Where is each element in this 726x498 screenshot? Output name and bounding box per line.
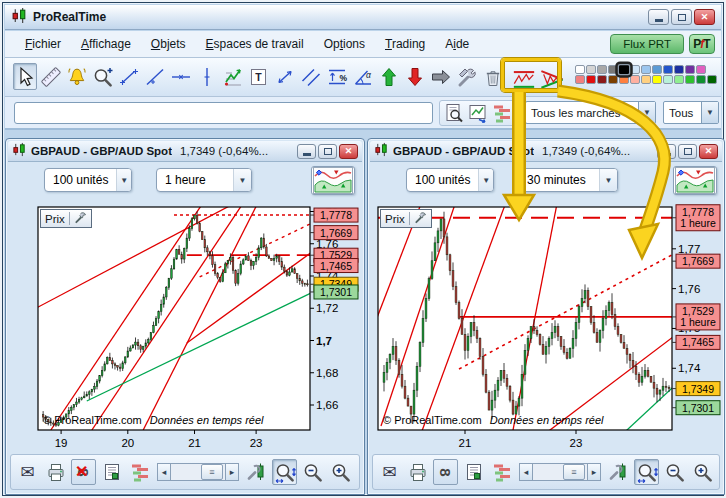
chart-window-titlebar[interactable]: GBPAUD - GBP/AUD Spot 1,7349 (-0,64%... … — [370, 141, 722, 162]
price-chart[interactable]: © ProRealTime.comDonnées en temps réel1,… — [370, 201, 724, 453]
horizontal-scrollbar[interactable]: ◂≡▸ — [157, 463, 239, 481]
market-filter-dropdown[interactable]: Tous les marchés ▼ — [525, 101, 656, 124]
timeframe-dropdown[interactable]: 30 minutes ▼ — [518, 168, 618, 192]
color-swatch[interactable] — [663, 65, 673, 74]
flux-prt-button[interactable]: Flux PRT — [610, 34, 684, 54]
alarm-tool[interactable] — [65, 63, 89, 90]
color-swatch[interactable] — [619, 75, 629, 84]
auto-channels-tool[interactable] — [511, 65, 537, 92]
color-swatch[interactable] — [696, 65, 706, 74]
menu-trading[interactable]: Trading — [382, 35, 428, 53]
news-button[interactable] — [99, 459, 124, 485]
scroll-left-button[interactable]: ◂ — [519, 463, 533, 481]
color-swatch[interactable] — [608, 75, 618, 84]
prt-logo[interactable]: PfT — [689, 34, 715, 54]
scrollbar-track[interactable]: ≡ — [533, 463, 587, 481]
double-arrow-tool[interactable] — [273, 63, 297, 90]
color-swatch[interactable] — [575, 65, 585, 74]
scroll-left-button[interactable]: ◂ — [157, 463, 171, 481]
color-swatch[interactable] — [707, 75, 717, 84]
zoom-out-button[interactable] — [300, 459, 325, 485]
continuation-arrow-tool[interactable] — [429, 63, 453, 90]
color-swatch[interactable] — [630, 75, 640, 84]
color-swatch[interactable] — [696, 75, 706, 84]
settings-tool[interactable] — [455, 63, 479, 90]
link-windows-button[interactable]: 8✕ — [71, 459, 96, 485]
category-filter-dropdown[interactable]: Tous ▼ — [663, 101, 719, 124]
color-swatch[interactable] — [652, 65, 662, 74]
units-dropdown[interactable]: 100 unités ▼ — [406, 168, 494, 192]
restore-button[interactable] — [678, 144, 697, 159]
price-chart[interactable]: © ProRealTime.comDonnées en temps réel1,… — [8, 201, 362, 453]
color-swatch[interactable] — [586, 75, 596, 84]
close-button[interactable]: ✕ — [694, 9, 715, 25]
close-button[interactable]: ✕ — [699, 144, 718, 159]
color-swatch[interactable] — [630, 65, 640, 74]
zoom-in-button[interactable] — [328, 459, 353, 485]
scrollbar-thumb[interactable]: ≡ — [201, 464, 223, 480]
zoom-fit-button[interactable] — [634, 459, 659, 485]
chart-settings-button[interactable] — [244, 459, 269, 485]
color-swatch[interactable] — [685, 65, 695, 74]
color-swatch[interactable] — [663, 75, 673, 84]
color-swatch[interactable] — [674, 65, 684, 74]
zoom-out-button[interactable] — [662, 459, 687, 485]
close-button[interactable]: ✕ — [339, 144, 358, 159]
color-swatch[interactable] — [652, 75, 662, 84]
trendline-tool[interactable] — [143, 63, 167, 90]
color-swatch[interactable] — [641, 75, 651, 84]
delete-tool[interactable] — [481, 63, 505, 90]
print-button[interactable] — [405, 459, 430, 485]
minimize-button[interactable] — [657, 144, 676, 159]
menu-espaces-de-travail[interactable]: Espaces de travail — [203, 35, 307, 53]
parallel-lines-tool[interactable] — [299, 63, 323, 90]
market-list-button[interactable] — [491, 102, 513, 124]
chart-settings-button[interactable] — [606, 459, 631, 485]
market-depth-button[interactable] — [489, 459, 514, 485]
segment-tool[interactable] — [117, 63, 141, 90]
restore-button[interactable] — [318, 144, 337, 159]
scrollbar-track[interactable]: ≡ — [171, 463, 225, 481]
buy-arrow-tool[interactable] — [377, 63, 401, 90]
scroll-right-button[interactable]: ▸ — [587, 463, 601, 481]
color-swatch[interactable] — [685, 75, 695, 84]
menu-aide[interactable]: Aide — [442, 35, 472, 53]
search-input[interactable] — [14, 102, 433, 124]
units-dropdown[interactable]: 100 unités ▼ — [44, 168, 132, 192]
fibonacci-tool[interactable]: % — [325, 63, 349, 90]
zoom-fit-button[interactable] — [272, 459, 297, 485]
menu-objets[interactable]: Objets — [148, 35, 189, 53]
print-button[interactable] — [43, 459, 68, 485]
send-mail-button[interactable]: ✉ — [15, 459, 40, 485]
minimize-button[interactable] — [648, 9, 669, 25]
indicator-tool[interactable] — [221, 63, 245, 90]
angle-tool[interactable]: α — [351, 63, 375, 90]
vertical-line-tool[interactable] — [195, 63, 219, 90]
sell-arrow-tool[interactable] — [403, 63, 427, 90]
menu-affichage[interactable]: Affichage — [78, 35, 134, 53]
ruler-tool[interactable] — [39, 63, 63, 90]
color-swatch[interactable] — [597, 65, 607, 74]
horizontal-line-tool[interactable] — [169, 63, 193, 90]
color-swatch[interactable] — [586, 65, 596, 74]
color-swatch[interactable] — [575, 75, 585, 84]
maximize-button[interactable] — [671, 9, 692, 25]
color-swatch[interactable] — [597, 75, 607, 84]
new-chart-button[interactable] — [467, 102, 489, 124]
chart-window-titlebar[interactable]: GBPAUD - GBP/AUD Spot 1,7349 (-0,64%... … — [8, 141, 362, 162]
menu-fichier[interactable]: Fichier — [22, 35, 64, 53]
color-swatch[interactable] — [641, 65, 651, 74]
market-depth-button[interactable] — [127, 459, 152, 485]
scroll-right-button[interactable]: ▸ — [225, 463, 239, 481]
price-panel-label[interactable]: Prix — [380, 209, 432, 228]
chart-style-button[interactable] — [311, 166, 355, 195]
send-mail-button[interactable]: ✉ — [377, 459, 402, 485]
symbol-search-button[interactable] — [443, 102, 465, 124]
zoom-in-button[interactable] — [690, 459, 715, 485]
text-tool[interactable]: T — [247, 63, 271, 90]
price-panel-label[interactable]: Prix — [40, 209, 92, 228]
color-swatch[interactable] — [608, 65, 618, 74]
timeframe-dropdown[interactable]: 1 heure ▼ — [156, 168, 252, 192]
horizontal-scrollbar[interactable]: ◂≡▸ — [519, 463, 601, 481]
color-swatch[interactable] — [674, 75, 684, 84]
